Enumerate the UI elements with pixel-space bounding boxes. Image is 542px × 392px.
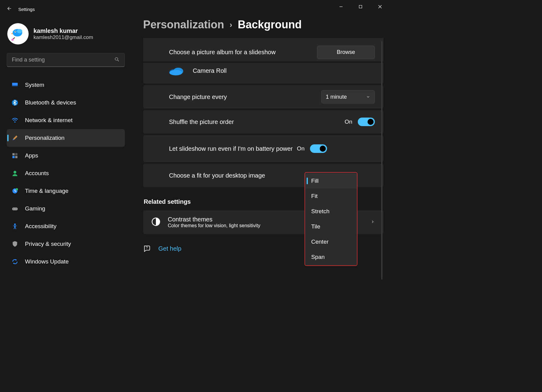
wifi-icon xyxy=(11,117,19,124)
shield-icon xyxy=(11,241,19,247)
sidebar-item-label: Bluetooth & devices xyxy=(25,99,76,106)
fit-option-span[interactable]: Span xyxy=(305,249,357,265)
sidebar-item-personalization[interactable]: Personalization xyxy=(7,129,125,147)
svg-point-25 xyxy=(16,188,18,190)
sidebar-item-label: Gaming xyxy=(25,205,45,212)
avatar xyxy=(7,23,29,44)
svg-point-32 xyxy=(169,70,182,76)
sidebar-item-network[interactable]: Network & internet xyxy=(7,111,125,129)
help-link[interactable]: Get help xyxy=(158,245,181,252)
onedrive-icon xyxy=(168,65,184,76)
svg-point-28 xyxy=(16,209,16,209)
breadcrumb-parent[interactable]: Personalization xyxy=(143,18,224,31)
svg-line-12 xyxy=(118,60,119,61)
page-title: Background xyxy=(238,18,302,31)
user-name: kamlesh kumar xyxy=(33,27,93,34)
breadcrumb: Personalization › Background xyxy=(143,18,384,31)
sidebar-item-windows-update[interactable]: Windows Update xyxy=(7,253,125,270)
paintbrush-icon xyxy=(11,135,19,141)
sidebar-item-accounts[interactable]: Accounts xyxy=(7,164,125,182)
system-icon xyxy=(11,82,19,88)
fit-dropdown-menu: Fill Fit Stretch Tile Center Span xyxy=(304,172,357,266)
bluetooth-icon xyxy=(11,99,19,106)
svg-point-10 xyxy=(12,39,14,41)
sidebar-item-privacy[interactable]: Privacy & security xyxy=(7,235,125,253)
svg-rect-26 xyxy=(12,207,18,210)
svg-point-29 xyxy=(14,224,16,225)
svg-point-11 xyxy=(115,58,118,60)
sidebar-item-accessibility[interactable]: Accessibility xyxy=(7,217,125,235)
panel-battery: Let slideshow run even if I'm on battery… xyxy=(143,135,384,162)
choose-album-label: Choose a picture album for a slideshow xyxy=(169,49,317,56)
battery-toggle[interactable] xyxy=(310,144,327,153)
shuffle-label: Shuffle the picture order xyxy=(169,118,345,125)
sidebar-item-label: System xyxy=(25,82,44,88)
minimize-button[interactable] xyxy=(331,0,351,13)
sidebar-item-label: Personalization xyxy=(25,135,65,141)
sidebar-nav: System Bluetooth & devices Network & int… xyxy=(7,76,125,270)
sidebar-item-label: Time & language xyxy=(25,188,69,194)
sidebar-item-label: Apps xyxy=(25,152,38,159)
apps-icon xyxy=(11,152,19,159)
svg-rect-22 xyxy=(15,156,17,158)
sidebar-item-label: Network & internet xyxy=(25,117,72,124)
app-title: Settings xyxy=(18,7,35,12)
accessibility-icon xyxy=(11,223,19,230)
update-icon xyxy=(11,258,19,265)
search-input[interactable] xyxy=(12,57,114,63)
shuffle-state-text: On xyxy=(345,118,352,125)
person-icon xyxy=(11,170,19,177)
sidebar-item-label: Windows Update xyxy=(25,258,69,265)
svg-point-27 xyxy=(13,209,14,209)
sidebar-item-label: Accounts xyxy=(25,170,49,177)
scrollbar[interactable] xyxy=(381,41,382,280)
chevron-right-icon xyxy=(371,220,375,225)
back-button[interactable] xyxy=(6,6,12,12)
window-controls xyxy=(331,0,390,13)
chevron-right-icon: › xyxy=(230,20,232,30)
battery-label: Let slideshow run even if I'm on battery… xyxy=(169,145,297,152)
fit-option-center[interactable]: Center xyxy=(305,234,357,249)
panel-choose-album: Choose a picture album for a slideshow B… xyxy=(143,38,384,62)
svg-text:?: ? xyxy=(146,246,148,249)
user-account-button[interactable]: kamlesh kumar kamlesh2011@gmail.com xyxy=(7,23,125,44)
change-every-select[interactable]: 1 minute xyxy=(321,90,375,104)
sidebar-item-gaming[interactable]: Gaming xyxy=(7,200,125,217)
browse-button[interactable]: Browse xyxy=(317,46,375,59)
svg-point-9 xyxy=(15,31,16,32)
shuffle-toggle[interactable] xyxy=(358,118,375,126)
svg-point-23 xyxy=(13,171,16,174)
maximize-button[interactable] xyxy=(351,0,370,13)
svg-rect-19 xyxy=(12,153,15,155)
svg-point-18 xyxy=(14,121,16,122)
sidebar-item-label: Privacy & security xyxy=(25,241,71,247)
sidebar: kamlesh kumar kamlesh2011@gmail.com Syst… xyxy=(0,18,128,270)
sidebar-item-time-language[interactable]: Time & language xyxy=(7,182,125,200)
gamepad-icon xyxy=(11,205,19,212)
album-source-label: Camera Roll xyxy=(193,67,227,74)
sidebar-item-apps[interactable]: Apps xyxy=(7,147,125,164)
fit-option-fill[interactable]: Fill xyxy=(305,173,357,189)
change-every-value: 1 minute xyxy=(326,94,347,100)
clock-icon xyxy=(11,188,19,194)
panel-shuffle: Shuffle the picture order On xyxy=(143,110,384,134)
svg-rect-21 xyxy=(12,156,15,158)
svg-point-7 xyxy=(17,29,23,33)
fit-label: Choose a fit for your desktop image xyxy=(169,172,321,179)
contrast-icon xyxy=(151,217,160,228)
sidebar-item-bluetooth[interactable]: Bluetooth & devices xyxy=(7,94,125,111)
svg-rect-14 xyxy=(12,86,18,87)
close-button[interactable] xyxy=(370,0,390,13)
fit-option-fit[interactable]: Fit xyxy=(305,189,357,204)
panel-change-every: Change picture every 1 minute xyxy=(143,85,384,109)
user-email: kamlesh2011@gmail.com xyxy=(33,34,93,41)
sidebar-item-label: Accessibility xyxy=(25,223,56,230)
search-box[interactable] xyxy=(7,53,125,67)
help-icon: ? xyxy=(143,245,151,253)
chevron-down-icon xyxy=(366,95,370,99)
sidebar-item-system[interactable]: System xyxy=(7,76,125,94)
change-every-label: Change picture every xyxy=(169,94,321,101)
fit-option-stretch[interactable]: Stretch xyxy=(305,204,357,219)
fit-option-tile[interactable]: Tile xyxy=(305,219,357,234)
album-row[interactable]: Camera Roll xyxy=(143,63,384,84)
